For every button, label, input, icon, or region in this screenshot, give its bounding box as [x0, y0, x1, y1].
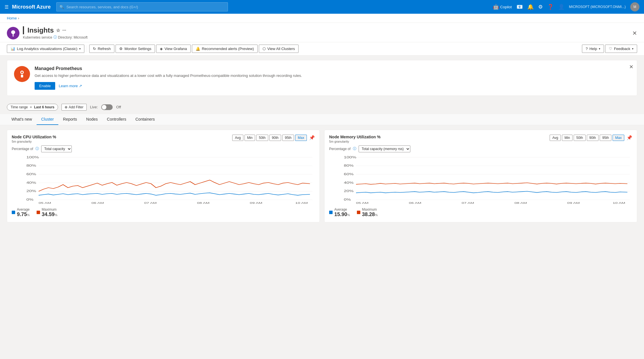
toolbar: 📊 Log Analytics visualizations (Classic)… [0, 42, 644, 55]
info-icon[interactable]: ⓘ [53, 35, 57, 40]
favorite-icon[interactable]: ☆ [56, 28, 60, 33]
account-label: MICROSOFT (MICROSOFT.ONMI...) [569, 5, 626, 9]
memory-chart-header: Node Memory Utilization % 5m granularity… [329, 135, 632, 143]
memory-chart-legend: Average 15.90% Maximum 38.28% [329, 208, 632, 218]
tab-cluster[interactable]: Cluster [37, 114, 58, 125]
cpu-btn-50th[interactable]: 50th [256, 135, 268, 141]
refresh-icon: ↻ [93, 47, 96, 51]
mem-btn-avg[interactable]: Avg [550, 135, 560, 141]
mem-btn-50th[interactable]: 50th [574, 135, 585, 141]
view-grafana-button[interactable]: ◈ View Grafana [156, 45, 191, 53]
copilot-btn[interactable]: 🤖 Copilot [493, 4, 512, 10]
svg-text:09 AM: 09 AM [250, 201, 263, 204]
tab-nodes[interactable]: Nodes [82, 114, 102, 125]
toolbar-separator [87, 45, 87, 52]
refresh-button[interactable]: ↻ Refresh [89, 45, 115, 53]
svg-text:0%: 0% [344, 198, 351, 201]
learn-more-link[interactable]: Learn more ↗ [59, 84, 82, 88]
cpu-legend-max: Maximum 34.59% [37, 208, 57, 218]
settings-icon[interactable]: ⚙ [538, 4, 543, 10]
memory-chart-title: Node Memory Utilization % [329, 135, 381, 139]
analytics-dropdown-btn[interactable]: 📊 Log Analytics visualizations (Classic)… [7, 45, 84, 53]
memory-chart-card: Node Memory Utilization % 5m granularity… [324, 130, 637, 222]
banner-close-button[interactable]: ✕ [629, 64, 633, 70]
memory-percentage-label: Percentage of [329, 147, 351, 151]
page-title-text: Insights [27, 26, 54, 34]
cpu-btn-90th[interactable]: 90th [269, 135, 281, 141]
more-icon[interactable]: ··· [62, 28, 66, 33]
svg-text:100%: 100% [344, 156, 356, 159]
memory-legend-avg: Average 15.90% [329, 208, 350, 218]
help-button[interactable]: ? Help ▾ [582, 45, 604, 53]
mem-btn-90th[interactable]: 90th [587, 135, 599, 141]
clusters-icon: ⬡ [263, 47, 266, 51]
mem-btn-min[interactable]: Min [562, 135, 573, 141]
cpu-btn-avg[interactable]: Avg [232, 135, 243, 141]
memory-pin-icon[interactable]: 📌 [627, 135, 632, 140]
avatar[interactable]: M [630, 2, 639, 11]
breadcrumb-home[interactable]: Home [7, 16, 17, 20]
mem-btn-max[interactable]: Max [613, 135, 624, 141]
breadcrumb-separator: › [18, 16, 19, 20]
svg-text:0%: 0% [26, 198, 33, 201]
cpu-percentage-label: Percentage of [12, 147, 33, 151]
recommended-alerts-button[interactable]: 🔔 Recommended alerts (Preview) [192, 45, 258, 53]
promo-description: Get access to higher performance data an… [35, 73, 630, 79]
tab-containers[interactable]: Containers [131, 114, 159, 125]
promo-actions: Enable Learn more ↗ [35, 82, 630, 90]
svg-text:40%: 40% [26, 181, 36, 184]
svg-text:05 AM: 05 AM [39, 201, 51, 204]
charts-grid: Node CPU Utilization % 5m granularity Av… [0, 125, 644, 227]
service-label: Kubernetes service [23, 35, 52, 39]
cpu-avg-color [12, 211, 15, 214]
memory-percentage-select[interactable]: Total capacity (memory rss) Requested [359, 145, 410, 152]
heart-icon: ♡ [609, 47, 612, 51]
svg-text:20%: 20% [344, 189, 354, 193]
cpu-percentage-select[interactable]: Total capacity Requested [41, 145, 72, 152]
cpu-chart-legend: Average 9.75% Maximum 34.59% [12, 208, 315, 218]
search-bar[interactable]: 🔍 Search resources, services, and docs (… [56, 2, 228, 11]
email-icon[interactable]: 📧 [516, 4, 523, 10]
help-chevron-icon: ▾ [599, 47, 600, 50]
svg-text:60%: 60% [344, 172, 354, 176]
cpu-chart-svg: 100% 80% 60% 40% 20% 0% 05 AM 06 AM 07 A… [12, 156, 315, 204]
cpu-btn-min[interactable]: Min [245, 135, 255, 141]
tab-reports[interactable]: Reports [58, 114, 82, 125]
help-icon[interactable]: ❓ [547, 4, 554, 10]
tab-controllers[interactable]: Controllers [102, 114, 131, 125]
close-button[interactable]: ✕ [632, 30, 637, 37]
memory-legend-max: Maximum 38.28% [357, 208, 378, 218]
mem-btn-95th[interactable]: 95th [600, 135, 611, 141]
monitor-settings-button[interactable]: ⚙ Monitor Settings [116, 45, 155, 53]
view-all-clusters-button[interactable]: ⬡ View All Clusters [259, 45, 299, 53]
memory-info-icon: ⓘ [353, 146, 356, 151]
svg-text:20%: 20% [26, 189, 36, 193]
cpu-btn-95th[interactable]: 95th [282, 135, 294, 141]
grafana-icon: ◈ [160, 47, 163, 51]
toggle-knob [102, 105, 106, 109]
hamburger-icon[interactable]: ☰ [5, 4, 9, 10]
svg-point-4 [21, 71, 23, 73]
memory-max-color [357, 211, 360, 214]
bell-icon[interactable]: 🔔 [527, 4, 534, 10]
live-toggle[interactable] [101, 104, 113, 110]
svg-rect-1 [13, 36, 14, 37]
breadcrumb: Home › [0, 14, 644, 23]
time-range-label: Time range [11, 105, 28, 109]
page-header: Insights ☆ ··· Kubernetes service ⓘ Dire… [0, 23, 644, 42]
add-filter-button[interactable]: ⊕ Add Filter [61, 104, 86, 111]
question-icon: ? [586, 47, 588, 51]
enable-button[interactable]: Enable [35, 82, 55, 90]
cpu-max-color [37, 211, 40, 214]
memory-chart-row: Percentage of ⓘ Total capacity (memory r… [329, 145, 632, 152]
tab-whats-new[interactable]: What's new [7, 114, 37, 125]
svg-text:80%: 80% [344, 164, 354, 167]
cpu-btn-max[interactable]: Max [295, 135, 307, 141]
filter-add-icon: ⊕ [65, 105, 67, 109]
feedback-button[interactable]: ♡ Feedback ▾ [605, 45, 637, 53]
people-icon[interactable]: 👤 [558, 4, 565, 10]
time-range-filter[interactable]: Time range = Last 6 hours [7, 104, 58, 111]
tabs-bar: What's new Cluster Reports Nodes Control… [0, 114, 644, 125]
top-nav-right: 🤖 Copilot 📧 🔔 ⚙ ❓ 👤 MICROSOFT (MICROSOFT… [493, 2, 639, 11]
cpu-pin-icon[interactable]: 📌 [309, 135, 315, 140]
